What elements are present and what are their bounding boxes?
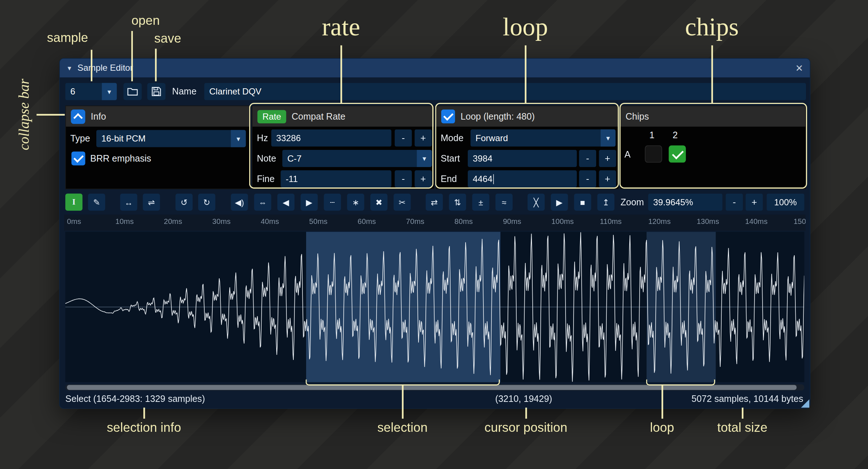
zoom-reset-button[interactable]: 100% xyxy=(767,194,804,211)
cursor-position-text: (3210, 19429) xyxy=(495,394,552,404)
timeline-label: 20ms xyxy=(164,217,182,226)
timeline-label: 0ms xyxy=(67,217,81,226)
timeline-label: 40ms xyxy=(261,217,279,226)
sample-selector[interactable]: 6 ▼ xyxy=(65,83,117,100)
zoom-out-button[interactable]: - xyxy=(726,194,743,211)
info-panel-header: Info xyxy=(66,106,250,127)
open-button[interactable] xyxy=(123,83,142,100)
fade-in-button[interactable]: ◀ xyxy=(277,194,294,211)
select-tool-button[interactable]: I xyxy=(65,194,82,211)
resample-icon: ⇌ xyxy=(148,197,155,207)
waveform-view[interactable] xyxy=(65,232,804,382)
selection-info-text: Select (1654-2983: 1329 samples) xyxy=(65,394,205,404)
window-titlebar[interactable]: ▼ Sample Editor ✕ xyxy=(60,59,810,78)
annotation-box-rate xyxy=(249,103,433,189)
waveform-svg xyxy=(65,232,804,382)
reverse-icon: ⇄ xyxy=(431,197,438,207)
fade-in-icon: ◀ xyxy=(283,197,289,207)
timeline-label: 150 xyxy=(794,217,806,226)
apply-silence-button[interactable]: ∗ xyxy=(347,194,364,211)
folder-icon xyxy=(127,88,138,96)
name-label: Name xyxy=(172,83,197,100)
invert-button[interactable]: ⇅ xyxy=(449,194,466,211)
collapse-icon[interactable] xyxy=(71,109,85,124)
draw-tool-icon: ✎ xyxy=(93,197,100,207)
select-tool-icon: I xyxy=(72,197,76,207)
preview-play-icon: ▶ xyxy=(556,197,563,207)
fade-out-button[interactable]: ▶ xyxy=(301,194,318,211)
annotation-line-total-size xyxy=(742,408,743,419)
make-instrument-icon: ↥ xyxy=(602,197,609,207)
insert-silence-button[interactable]: ┄ xyxy=(324,194,341,211)
chevron-down-icon[interactable]: ▼ xyxy=(231,130,246,147)
invert-icon: ⇅ xyxy=(454,197,461,207)
timeline-label: 10ms xyxy=(115,217,134,226)
annotation-total-size: total size xyxy=(717,420,768,435)
annotation-chips: chips xyxy=(685,12,738,41)
annotation-line-sample xyxy=(91,50,92,81)
delete-button[interactable]: ✖ xyxy=(370,194,387,211)
annotation-line-selection-info xyxy=(143,408,145,419)
filter-button[interactable]: ≈ xyxy=(495,194,513,211)
annotation-save: save xyxy=(154,31,181,46)
annotation-loop: loop xyxy=(503,12,548,41)
preview-stop-button[interactable]: ■ xyxy=(574,194,591,211)
fade-out-icon: ▶ xyxy=(306,197,313,207)
resize-grip[interactable] xyxy=(801,399,809,408)
annotation-loop-bottom: loop xyxy=(650,420,674,435)
window-collapse-icon[interactable]: ▼ xyxy=(66,65,73,71)
timeline-label: 50ms xyxy=(309,217,327,226)
type-select[interactable]: 16-bit PCM ▼ xyxy=(96,130,246,147)
amplify-icon: ◀) xyxy=(235,197,244,207)
preview-stop-icon: ■ xyxy=(580,197,585,207)
insert-silence-icon: ┄ xyxy=(330,197,335,207)
type-label: Type xyxy=(70,130,90,147)
resize-icon: ↔ xyxy=(124,197,133,207)
redo-button[interactable]: ↻ xyxy=(198,194,215,211)
draw-tool-button[interactable]: ✎ xyxy=(88,194,105,211)
timeline-ruler[interactable]: 0ms10ms20ms30ms40ms50ms60ms70ms80ms90ms1… xyxy=(64,214,806,230)
annotation-box-loop xyxy=(435,103,619,189)
sample-number: 6 xyxy=(70,86,76,96)
amplify-button[interactable]: ◀) xyxy=(231,194,248,211)
filter-icon: ≈ xyxy=(502,197,506,207)
name-input[interactable]: Clarinet DQV xyxy=(204,83,806,100)
chevron-down-icon[interactable]: ▼ xyxy=(102,83,117,100)
total-size-text: 5072 samples, 10144 bytes xyxy=(691,394,803,404)
info-header-label: Info xyxy=(91,111,106,122)
reverse-button[interactable]: ⇄ xyxy=(426,194,443,211)
annotation-line-loop-bottom xyxy=(661,385,663,419)
annotation-selection: selection xyxy=(377,420,428,435)
sign-invert-button[interactable]: ± xyxy=(472,194,489,211)
delete-icon: ✖ xyxy=(375,197,382,207)
floppy-icon xyxy=(152,87,161,96)
apply-silence-icon: ∗ xyxy=(352,197,359,207)
annotation-open: open xyxy=(131,13,160,28)
zoom-label: Zoom xyxy=(621,194,644,211)
timeline-label: 70ms xyxy=(406,217,424,226)
timeline-label: 60ms xyxy=(358,217,376,226)
annotation-line-rate xyxy=(340,45,342,103)
trim-button[interactable]: ✂ xyxy=(394,194,411,211)
zoom-in-button[interactable]: + xyxy=(746,194,763,211)
zoom-input[interactable]: 39.9645% xyxy=(648,194,722,211)
close-icon[interactable]: ✕ xyxy=(795,62,803,74)
crossfade-button[interactable]: ╳ xyxy=(528,194,545,211)
make-instrument-button[interactable]: ↥ xyxy=(597,194,614,211)
timeline-label: 80ms xyxy=(455,217,473,226)
window-title: Sample Editor xyxy=(77,63,133,73)
undo-button[interactable]: ↺ xyxy=(175,194,193,211)
preview-play-button[interactable]: ▶ xyxy=(551,194,568,211)
annotation-line-chips xyxy=(711,45,713,103)
redo-icon: ↻ xyxy=(203,197,210,207)
brr-emphasis-label: BRR emphasis xyxy=(90,150,151,167)
resample-button[interactable]: ⇌ xyxy=(143,194,160,211)
brr-emphasis-checkbox[interactable] xyxy=(72,152,85,166)
scrollbar-thumb[interactable] xyxy=(67,385,797,390)
annotation-bracket-loop xyxy=(646,379,715,385)
save-button[interactable] xyxy=(147,83,166,100)
normalize-button[interactable]: ⇔ xyxy=(254,194,271,211)
info-panel: Info Type 16-bit PCM ▼ BRR emphasis xyxy=(65,106,251,189)
timeline-label: 130ms xyxy=(697,217,719,226)
resize-button[interactable]: ↔ xyxy=(120,194,137,211)
